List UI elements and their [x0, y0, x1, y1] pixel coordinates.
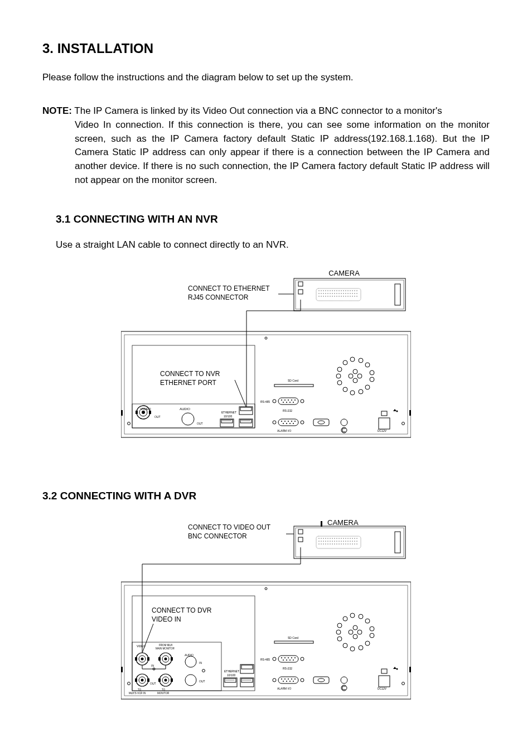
svg-rect-59: [278, 419, 298, 426]
svg-point-16: [128, 422, 130, 425]
svg-rect-194: [278, 677, 298, 683]
svg-text:RS-485: RS-485: [260, 400, 270, 403]
svg-rect-177: [241, 665, 253, 669]
svg-point-47: [273, 399, 276, 403]
svg-rect-235: [121, 667, 123, 672]
svg-rect-72: [313, 419, 329, 426]
svg-rect-151: [135, 678, 137, 682]
svg-point-183: [301, 657, 304, 661]
svg-text:RS-485: RS-485: [260, 658, 270, 661]
svg-text:ETHERNET PORT: ETHERNET PORT: [160, 379, 217, 387]
svg-text:OUT: OUT: [199, 680, 205, 683]
svg-point-96: [349, 374, 353, 378]
svg-point-68: [286, 423, 287, 424]
fan-vent-icon: [336, 357, 374, 395]
svg-rect-7: [395, 284, 400, 305]
svg-text:10/100: 10/100: [227, 673, 236, 677]
svg-rect-36: [240, 420, 252, 423]
svg-text:FROM MUX: FROM MUX: [159, 644, 173, 647]
svg-text:MAIN MONITOR: MAIN MONITOR: [156, 647, 175, 650]
svg-text:CAMERA: CAMERA: [328, 269, 360, 277]
svg-rect-107: [296, 528, 404, 557]
svg-point-17: [402, 422, 405, 425]
svg-line-240: [142, 624, 153, 653]
svg-rect-121: [124, 585, 408, 696]
svg-rect-126: [132, 642, 221, 691]
svg-point-24: [142, 411, 145, 414]
svg-point-195: [273, 678, 276, 682]
svg-point-196: [301, 678, 304, 682]
svg-point-52: [291, 399, 292, 401]
svg-point-198: [284, 678, 286, 680]
section-3-2-heading: 3.2 CONNECTING WITH A DVR: [42, 488, 490, 504]
svg-point-69: [289, 423, 291, 424]
svg-rect-181: [278, 656, 298, 662]
diagram-nvr: CAMERA CONNECT TO ETHERNET RJ45 CONNECTO…: [42, 267, 490, 457]
camera-unit-icon: CAMERA: [294, 269, 405, 311]
svg-point-200: [291, 678, 292, 680]
note-body: Video In connection. If this connection …: [75, 118, 490, 187]
svg-point-165: [185, 675, 196, 686]
svg-point-182: [273, 657, 276, 661]
svg-rect-136: [135, 657, 137, 661]
svg-point-189: [283, 659, 284, 661]
svg-point-230: [349, 630, 353, 634]
svg-rect-106: [294, 526, 405, 558]
svg-text:CONNECT TO ETHERNET: CONNECT TO ETHERNET: [188, 285, 270, 292]
svg-text:ETHERNET: ETHERNET: [221, 411, 236, 414]
svg-rect-98: [381, 411, 387, 416]
svg-point-220: [370, 633, 374, 638]
svg-point-124: [402, 682, 405, 685]
svg-point-233: [396, 668, 398, 670]
svg-point-185: [284, 657, 286, 658]
svg-point-70: [293, 423, 294, 424]
fan-vent-icon: [336, 613, 374, 651]
svg-point-66: [294, 421, 296, 422]
svg-rect-18: [132, 345, 255, 428]
svg-rect-179: [274, 641, 313, 643]
note-label: NOTE:: [42, 105, 72, 116]
svg-rect-44: [274, 384, 313, 387]
svg-rect-9: [298, 290, 303, 294]
svg-point-202: [283, 681, 284, 682]
page-title: 3. INSTALLATION: [42, 39, 490, 59]
svg-point-94: [357, 374, 362, 378]
svg-point-74: [341, 419, 347, 426]
svg-point-203: [286, 681, 287, 682]
svg-text:DC12V: DC12V: [378, 429, 387, 432]
svg-text:MUX'S VCR IN: MUX'S VCR IN: [129, 692, 146, 695]
bnc-connector-icon: [135, 653, 149, 665]
svg-point-184: [281, 657, 282, 658]
svg-line-42: [235, 380, 246, 407]
camera-unit-icon: [294, 526, 405, 558]
svg-rect-157: [158, 678, 161, 682]
svg-text:RS-232: RS-232: [283, 667, 292, 670]
svg-text:ETHERNET: ETHERNET: [224, 670, 239, 673]
svg-rect-108: [316, 536, 361, 548]
svg-point-63: [284, 421, 286, 422]
svg-rect-142: [158, 657, 161, 661]
svg-point-28: [182, 413, 194, 425]
svg-point-224: [343, 643, 347, 648]
svg-text:OUT: OUT: [150, 682, 156, 685]
svg-point-221: [365, 641, 370, 646]
svg-point-209: [341, 677, 347, 683]
svg-text:CONNECT TO NVR: CONNECT TO NVR: [160, 370, 220, 378]
svg-point-190: [286, 659, 287, 661]
svg-rect-207: [313, 677, 329, 683]
svg-rect-101: [121, 410, 123, 416]
note-first-line: The IP Camera is linked by its Video Out…: [74, 105, 442, 116]
svg-text:CAMERA: CAMERA: [327, 518, 359, 527]
svg-text:10/100: 10/100: [224, 415, 233, 418]
svg-rect-114: [298, 537, 303, 542]
svg-point-186: [288, 657, 289, 658]
svg-point-73: [318, 421, 325, 424]
svg-point-226: [336, 630, 341, 634]
svg-point-60: [273, 421, 276, 424]
svg-point-163: [185, 656, 196, 667]
note-block: NOTE: The IP Camera is linked by its Vid…: [42, 104, 490, 187]
section-3-1-heading: 3.1 CONNECTING WITH AN NVR: [56, 211, 490, 227]
svg-point-199: [288, 678, 289, 680]
svg-rect-26: [149, 411, 151, 414]
svg-point-191: [289, 659, 291, 661]
